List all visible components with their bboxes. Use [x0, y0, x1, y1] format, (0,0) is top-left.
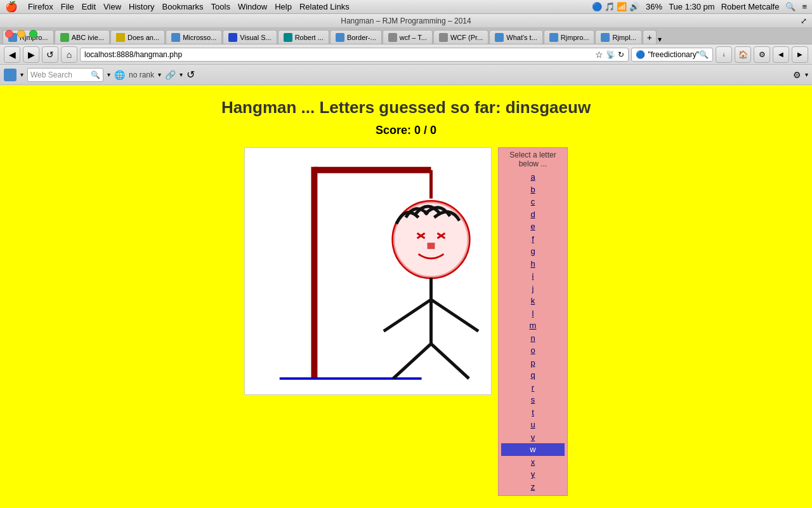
rss-icon[interactable]: 📡 [606, 50, 615, 59]
toolbar-dropdown-icon[interactable]: ▾ [20, 71, 23, 78]
tab-1[interactable]: ABC ivie... [55, 30, 110, 44]
browser-title: Hangman – RJM Programming – 2014 [341, 17, 471, 25]
maximize-button[interactable] [29, 30, 37, 38]
letter-a[interactable]: a [501, 171, 565, 184]
tab-11[interactable]: Rjmpl... [595, 30, 641, 44]
tab-2[interactable]: Does an... [110, 30, 165, 44]
letter-y[interactable]: y [501, 468, 565, 481]
letters-container: abcdefghijklmnopqrstuvwxyz [501, 171, 565, 493]
tab-6[interactable]: Border-... [330, 30, 382, 44]
letter-g[interactable]: g [501, 245, 565, 258]
tab-9[interactable]: What's t... [489, 30, 543, 44]
search-icon[interactable]: 🔍 [785, 2, 796, 11]
apple-menu[interactable]: 🍎 [5, 1, 18, 13]
letter-t[interactable]: t [501, 406, 565, 419]
toolbar-settings-icon[interactable]: ⚙ [793, 70, 801, 80]
window-controls[interactable] [5, 30, 37, 38]
menu-file[interactable]: File [61, 2, 74, 11]
rank-dropdown-icon[interactable]: ▾ [158, 71, 161, 78]
letter-u[interactable]: u [501, 418, 565, 431]
home-button[interactable]: ⌂ [61, 46, 77, 63]
arrow-left2-button[interactable]: ◀ [773, 46, 789, 63]
tab-label-8: WCF (Pr... [450, 34, 483, 41]
list-icon[interactable]: ≡ [802, 2, 807, 11]
search-dropdown-icon[interactable]: ▾ [107, 71, 110, 78]
username: Robert Metcalfe [721, 2, 780, 11]
download-button[interactable]: ↓ [716, 46, 732, 63]
globe-icon: 🌐 [114, 70, 125, 80]
letter-panel: Select a letter below ... abcdefghijklmn… [498, 147, 568, 496]
menu-edit[interactable]: Edit [82, 2, 96, 11]
letter-r[interactable]: r [501, 382, 565, 394]
menu-history[interactable]: History [129, 2, 154, 11]
menu-tools[interactable]: Tools [211, 2, 230, 11]
back-button[interactable]: ◀ [4, 46, 20, 63]
tab-overflow-button[interactable]: ▾ [658, 35, 662, 44]
tab-10[interactable]: Rjmpro... [544, 30, 595, 44]
tab-4[interactable]: Visual S... [223, 30, 277, 44]
letter-h[interactable]: h [501, 258, 565, 271]
letter-i[interactable]: i [501, 270, 565, 283]
toolbar: ▾ Web Search 🔍 ▾ 🌐 no rank ▾ 🔗 ▾ ↺ ⚙ ▾ [0, 65, 812, 85]
toolbar-settings-dropdown[interactable]: ▾ [805, 71, 808, 78]
web-search-input[interactable]: Web Search 🔍 [27, 68, 103, 82]
new-tab-button[interactable]: + [643, 30, 657, 44]
search-bar[interactable]: 🔵 "freedictionary" 🔍 [631, 48, 713, 62]
arrow-right2-button[interactable]: ▶ [792, 46, 808, 63]
letter-f[interactable]: f [501, 233, 565, 246]
letter-m[interactable]: m [501, 319, 565, 332]
menu-help[interactable]: Help [275, 2, 292, 11]
status-icons: 🔵 🎵 📶 🔊 [592, 2, 639, 11]
tab-label-6: Border-... [347, 34, 376, 41]
menu-window[interactable]: Window [238, 2, 267, 11]
tab-favicon-7 [388, 33, 397, 42]
tab-3[interactable]: Microsso... [166, 30, 222, 44]
title-bar: Hangman – RJM Programming – 2014 ⤢ [0, 14, 812, 28]
tab-favicon-8 [439, 33, 448, 42]
resize-icon[interactable]: ⤢ [801, 17, 807, 25]
minimize-button[interactable] [17, 30, 25, 38]
letter-o[interactable]: o [501, 344, 565, 357]
letter-l[interactable]: l [501, 307, 565, 320]
reload-button[interactable]: ↺ [42, 46, 58, 63]
letter-s[interactable]: s [501, 394, 565, 406]
menu-bookmarks[interactable]: Bookmarks [162, 2, 204, 11]
search-icon[interactable]: 🔍 [699, 50, 709, 59]
refresh-toolbar-icon[interactable]: ↺ [187, 69, 195, 81]
letter-d[interactable]: d [501, 208, 565, 221]
tab-7[interactable]: wcf – T... [383, 30, 433, 44]
letter-c[interactable]: c [501, 196, 565, 208]
page-title: Hangman ... Letters guessed so far: dins… [221, 98, 591, 117]
web-search-icon[interactable]: 🔍 [91, 70, 100, 79]
reload-url-icon[interactable]: ↻ [618, 50, 624, 59]
forward-button[interactable]: ▶ [23, 46, 39, 63]
settings-button[interactable]: ⚙ [754, 46, 770, 63]
url-bar[interactable]: localhost:8888/hangman.php ☆ 📡 ↻ [80, 48, 629, 62]
letter-w[interactable]: w [501, 443, 565, 456]
hangman-canvas [244, 147, 492, 395]
tab-label-1: ABC ivie... [72, 34, 104, 41]
letter-j[interactable]: j [501, 283, 565, 295]
link-dropdown-icon[interactable]: ▾ [180, 71, 183, 78]
bookmark-star-icon[interactable]: ☆ [595, 50, 603, 60]
letter-k[interactable]: k [501, 295, 565, 307]
tab-5[interactable]: Robert ... [278, 30, 329, 44]
letter-x[interactable]: x [501, 456, 565, 469]
letter-n[interactable]: n [501, 332, 565, 345]
letter-p[interactable]: p [501, 357, 565, 370]
close-button[interactable] [5, 30, 13, 38]
letter-b[interactable]: b [501, 184, 565, 196]
letter-z[interactable]: z [501, 481, 565, 493]
letter-q[interactable]: q [501, 369, 565, 382]
menu-related-links[interactable]: Related Links [299, 2, 350, 11]
menu-firefox[interactable]: Firefox [28, 2, 53, 11]
tab-favicon-3 [171, 33, 180, 42]
link-icon[interactable]: 🔗 [165, 70, 176, 80]
home2-button[interactable]: 🏠 [735, 46, 751, 63]
letter-e[interactable]: e [501, 220, 565, 233]
menu-view[interactable]: View [103, 2, 121, 11]
browser-chrome: Hangman – RJM Programming – 2014 ⤢ Rjmpr… [0, 14, 812, 85]
tab-favicon-2 [116, 33, 125, 42]
letter-v[interactable]: v [501, 431, 565, 444]
tab-8[interactable]: WCF (Pr... [433, 30, 488, 44]
